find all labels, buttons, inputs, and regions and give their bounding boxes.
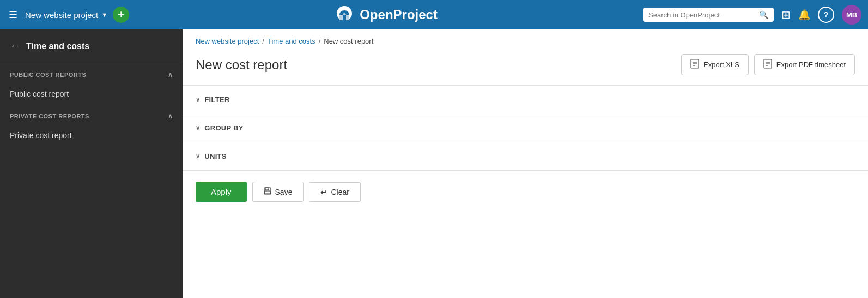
group-by-label: GROUP BY bbox=[204, 124, 244, 132]
navbar: ☰ New website project ▼ + OpenProject 🔍 … bbox=[0, 0, 868, 29]
export-xls-icon bbox=[690, 59, 699, 70]
logo-text: OpenProject bbox=[360, 7, 438, 22]
export-pdf-button[interactable]: Export PDF timesheet bbox=[754, 54, 855, 75]
logo-icon bbox=[335, 5, 354, 25]
export-pdf-label: Export PDF timesheet bbox=[776, 61, 846, 69]
sidebar-title: Time and costs bbox=[26, 41, 89, 51]
save-button[interactable]: Save bbox=[252, 182, 304, 202]
search-box[interactable]: 🔍 bbox=[643, 8, 774, 22]
clear-icon: ↩ bbox=[320, 188, 327, 196]
filter-chevron-icon: ∨ bbox=[196, 96, 200, 103]
apply-button[interactable]: Apply bbox=[196, 182, 247, 202]
header-actions: Export XLS Export PDF timesheet bbox=[681, 54, 855, 75]
public-section-label: PUBLIC COST REPORTS bbox=[10, 71, 86, 78]
group-by-chevron-icon: ∨ bbox=[196, 124, 200, 132]
export-pdf-icon bbox=[763, 59, 772, 70]
units-label: UNITS bbox=[204, 152, 227, 160]
breadcrumb-sep-1: / bbox=[262, 37, 264, 45]
search-icon: 🔍 bbox=[759, 10, 768, 19]
units-chevron-icon: ∨ bbox=[196, 153, 200, 160]
sidebar-header: ← Time and costs bbox=[0, 29, 183, 63]
save-label: Save bbox=[275, 188, 293, 196]
units-toggle[interactable]: ∨ UNITS bbox=[196, 152, 855, 160]
page-title: New cost report bbox=[196, 57, 287, 73]
group-by-toggle[interactable]: ∨ GROUP BY bbox=[196, 124, 855, 132]
breadcrumb-sep-2: / bbox=[319, 37, 321, 45]
sidebar-item-private-cost-report[interactable]: Private cost report bbox=[0, 124, 183, 146]
breadcrumb-section-link[interactable]: Time and costs bbox=[268, 37, 315, 45]
navbar-center: OpenProject bbox=[135, 5, 638, 25]
filter-section: ∨ FILTER bbox=[183, 86, 868, 114]
public-section-chevron-icon: ∧ bbox=[168, 71, 173, 79]
sidebar: ← Time and costs PUBLIC COST REPORTS ∧ P… bbox=[0, 29, 183, 298]
svg-rect-10 bbox=[265, 191, 270, 194]
clear-label: Clear bbox=[331, 188, 349, 196]
search-input[interactable] bbox=[648, 11, 755, 19]
units-section: ∨ UNITS bbox=[183, 142, 868, 171]
content-header: New cost report Export XLS bbox=[183, 50, 868, 86]
back-arrow-icon[interactable]: ← bbox=[10, 40, 20, 52]
filter-toggle[interactable]: ∨ FILTER bbox=[196, 96, 855, 104]
clear-button[interactable]: ↩ Clear bbox=[309, 182, 360, 202]
svg-rect-9 bbox=[265, 188, 269, 190]
action-bar: Apply Save ↩ Clear bbox=[183, 171, 868, 213]
project-dropdown-icon: ▼ bbox=[101, 11, 107, 18]
breadcrumb-project-link[interactable]: New website project bbox=[196, 37, 259, 45]
breadcrumb-current: New cost report bbox=[324, 37, 373, 45]
navbar-right: 🔍 ⊞ 🔔 ? MB bbox=[643, 5, 861, 25]
save-icon bbox=[264, 187, 271, 196]
navbar-left: ☰ New website project ▼ + bbox=[7, 7, 129, 23]
main-layout: ← Time and costs PUBLIC COST REPORTS ∧ P… bbox=[0, 29, 868, 298]
breadcrumb: New website project / Time and costs / N… bbox=[183, 29, 868, 50]
group-by-section: ∨ GROUP BY bbox=[183, 114, 868, 142]
content-area: New website project / Time and costs / N… bbox=[183, 29, 868, 298]
export-xls-label: Export XLS bbox=[703, 61, 739, 69]
sidebar-public-section-header[interactable]: PUBLIC COST REPORTS ∧ bbox=[0, 63, 183, 83]
app-logo: OpenProject bbox=[335, 5, 438, 25]
add-project-button[interactable]: + bbox=[113, 7, 129, 23]
private-section-chevron-icon: ∧ bbox=[168, 112, 173, 120]
bell-icon[interactable]: 🔔 bbox=[798, 9, 810, 21]
project-name-label: New website project bbox=[25, 10, 98, 20]
hamburger-icon[interactable]: ☰ bbox=[7, 7, 20, 23]
sidebar-private-section-header[interactable]: PRIVATE COST REPORTS ∧ bbox=[0, 105, 183, 124]
filter-label: FILTER bbox=[204, 96, 229, 104]
sidebar-item-public-cost-report[interactable]: Public cost report bbox=[0, 83, 183, 105]
help-icon[interactable]: ? bbox=[818, 7, 834, 23]
project-name-button[interactable]: New website project ▼ bbox=[25, 10, 107, 20]
avatar[interactable]: MB bbox=[842, 5, 861, 25]
private-section-label: PRIVATE COST REPORTS bbox=[10, 113, 89, 120]
grid-icon[interactable]: ⊞ bbox=[781, 8, 791, 21]
export-xls-button[interactable]: Export XLS bbox=[681, 54, 749, 75]
